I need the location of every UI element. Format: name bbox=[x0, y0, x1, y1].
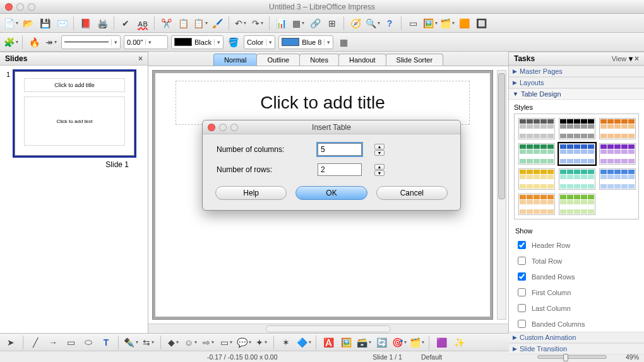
rows-stepper[interactable]: ▲▼ bbox=[374, 164, 393, 176]
format-paintbrush-button[interactable]: 🖌️ bbox=[210, 16, 224, 30]
tab-slide-sorter[interactable]: Slide Sorter bbox=[386, 54, 443, 66]
help-button[interactable]: ? bbox=[383, 16, 397, 30]
fontwork-icon[interactable]: 🅰️ bbox=[321, 336, 335, 349]
gallery-icon[interactable]: 🗃️ bbox=[357, 336, 371, 349]
block-arrows-icon[interactable]: ⇨ bbox=[201, 336, 215, 349]
table-style-option[interactable] bbox=[518, 143, 555, 165]
line-style-combo[interactable]: ▾ bbox=[61, 35, 121, 49]
zoom-slider[interactable] bbox=[537, 355, 607, 359]
slide-title-placeholder[interactable]: Click to add title bbox=[176, 81, 470, 125]
print-button[interactable]: 🖨️ bbox=[95, 16, 109, 30]
flowchart-icon[interactable]: ▭ bbox=[219, 336, 233, 349]
autospell-button[interactable]: ᴀʙ bbox=[136, 16, 150, 30]
more-button[interactable]: 🔲 bbox=[474, 16, 488, 30]
tasks-view-menu[interactable]: View bbox=[612, 55, 627, 62]
tab-normal[interactable]: Normal bbox=[213, 54, 257, 66]
table-style-option[interactable] bbox=[518, 168, 555, 190]
tab-handout[interactable]: Handout bbox=[338, 54, 386, 66]
points-icon[interactable]: ✶ bbox=[279, 336, 293, 349]
cancel-button[interactable]: Cancel bbox=[376, 186, 448, 200]
rows-input[interactable] bbox=[318, 163, 362, 176]
display-grid-button[interactable]: ⊞ bbox=[325, 16, 339, 30]
align-icon[interactable]: 🎯 bbox=[392, 336, 406, 349]
save-button[interactable]: 💾 bbox=[38, 16, 52, 30]
chk-header-row[interactable]: Header Row bbox=[515, 237, 638, 253]
columns-stepper[interactable]: ▲▼ bbox=[374, 144, 393, 156]
paste-button[interactable]: 📋 bbox=[193, 16, 207, 30]
chk-last-col[interactable]: Last Column bbox=[515, 300, 638, 316]
zoom-button[interactable]: 🔍 bbox=[366, 16, 379, 30]
chk-banded-cols[interactable]: Banded Columns bbox=[515, 316, 638, 332]
text-icon[interactable]: T bbox=[99, 336, 113, 349]
redo-button[interactable]: ↷ bbox=[251, 16, 265, 30]
bucket-icon[interactable]: 🪣 bbox=[227, 35, 241, 49]
chk-banded-rows[interactable]: Banded Rows bbox=[515, 269, 638, 284]
line-width-field[interactable]: 0.00"▾ bbox=[124, 35, 168, 49]
table-button[interactable]: ▦ bbox=[291, 16, 305, 30]
slide-canvas[interactable]: Click to add title Insert Table bbox=[152, 70, 493, 320]
table-style-option[interactable] bbox=[518, 194, 555, 215]
symbol-shapes-icon[interactable]: ☺ bbox=[184, 336, 198, 349]
email-button[interactable]: ✉️ bbox=[55, 16, 69, 30]
extrusion-icon[interactable]: 🟪 bbox=[434, 336, 448, 349]
tab-notes[interactable]: Notes bbox=[299, 54, 339, 66]
help-button[interactable]: Help bbox=[215, 186, 287, 200]
new-doc-button[interactable]: 📄 bbox=[4, 16, 18, 30]
rotate-icon[interactable]: 🔄 bbox=[374, 336, 388, 349]
rect-icon[interactable]: ▭ bbox=[64, 336, 78, 349]
fill-color-combo[interactable]: Blue 8▾ bbox=[278, 35, 333, 49]
slide-thumb[interactable]: Click to add title Click to add text bbox=[13, 69, 136, 158]
stars-icon[interactable]: ✦ bbox=[254, 336, 268, 349]
table-style-option[interactable] bbox=[559, 118, 595, 139]
from-file-icon[interactable]: 🖼️ bbox=[339, 336, 353, 349]
callout-icon[interactable]: 💬 bbox=[237, 336, 251, 349]
line-color-combo[interactable]: Black▾ bbox=[171, 35, 224, 49]
table-style-option[interactable] bbox=[599, 143, 636, 165]
close-icon[interactable]: × bbox=[138, 54, 143, 63]
tasks-cat-table[interactable]: ▼Table Design bbox=[509, 88, 644, 100]
slide-design-button[interactable]: 🖼️ bbox=[423, 16, 437, 30]
vertical-scrollbar[interactable] bbox=[497, 70, 506, 320]
connector-icon[interactable]: ⇆ bbox=[141, 336, 155, 349]
spelling-button[interactable]: ✔︎ bbox=[119, 16, 133, 30]
line-icon[interactable]: ╱ bbox=[28, 336, 42, 349]
arrange-button[interactable]: 🧩 bbox=[4, 35, 18, 49]
navigator-button[interactable]: 🧭 bbox=[349, 16, 362, 30]
table-style-option[interactable] bbox=[599, 118, 636, 139]
pointer-icon[interactable]: ➤ bbox=[4, 336, 18, 349]
undo-button[interactable]: ↶ bbox=[234, 16, 247, 30]
table-style-option[interactable] bbox=[559, 168, 595, 190]
tasks-cat-master[interactable]: ▶Master Pages bbox=[509, 66, 644, 77]
table-style-option[interactable] bbox=[518, 118, 555, 139]
shadow-toggle-button[interactable]: ▦ bbox=[337, 35, 350, 49]
slide-button[interactable]: ▭ bbox=[406, 16, 420, 30]
fill-type-combo[interactable]: Color▾ bbox=[244, 35, 275, 49]
tab-outline[interactable]: Outline bbox=[256, 54, 300, 66]
tasks-close-icon[interactable]: × bbox=[635, 54, 639, 63]
cut-button[interactable]: ✂️ bbox=[159, 16, 173, 30]
chart-button[interactable]: 📊 bbox=[274, 16, 288, 30]
tasks-cat-slide-trans[interactable]: ▶Slide Transition bbox=[509, 343, 644, 354]
arrow-line-icon[interactable]: → bbox=[46, 336, 60, 349]
ellipse-icon[interactable]: ⬭ bbox=[81, 336, 95, 349]
chk-total-row[interactable]: Total Row bbox=[515, 253, 638, 269]
pdf-export-button[interactable]: 📕 bbox=[78, 16, 92, 30]
table-style-option[interactable] bbox=[559, 143, 595, 165]
presentation-button[interactable]: 🟧 bbox=[457, 16, 471, 30]
tasks-cat-custom-anim[interactable]: ▶Custom Animation bbox=[509, 332, 644, 343]
curve-icon[interactable]: ✒️ bbox=[124, 336, 138, 349]
tasks-cat-layouts[interactable]: ▶Layouts bbox=[509, 77, 644, 88]
flame-icon[interactable]: 🔥 bbox=[27, 35, 41, 49]
ok-button[interactable]: OK bbox=[295, 186, 367, 200]
slide-layout-button[interactable]: 🗂️ bbox=[440, 16, 454, 30]
basic-shapes-icon[interactable]: ◆ bbox=[166, 336, 180, 349]
table-style-option[interactable] bbox=[599, 168, 636, 190]
hyperlink-button[interactable]: 🔗 bbox=[308, 16, 322, 30]
animation-icon[interactable]: ✨ bbox=[452, 336, 466, 349]
arrange-icon[interactable]: 🗂️ bbox=[410, 336, 424, 349]
line-end-button[interactable]: ↠ bbox=[44, 35, 58, 49]
open-button[interactable]: 📂 bbox=[21, 16, 35, 30]
horizontal-scrollbar[interactable] bbox=[266, 325, 391, 332]
copy-button[interactable]: 📋 bbox=[176, 16, 190, 30]
table-style-option[interactable] bbox=[559, 194, 595, 215]
